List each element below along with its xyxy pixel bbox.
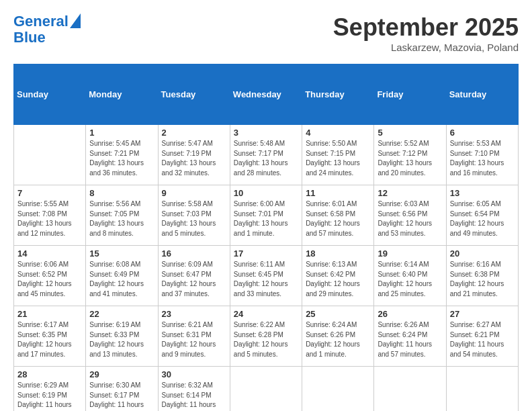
day-detail: Sunrise: 6:13 AM Sunset: 6:42 PM Dayligh… [306,260,370,299]
day-number: 29 [89,369,154,379]
day-number: 9 [162,188,226,198]
weekday-monday: Monday [86,64,158,125]
day-number: 11 [306,188,370,198]
calendar-cell [14,125,86,185]
day-number: 30 [162,369,226,379]
calendar-cell: 26Sunrise: 6:26 AM Sunset: 6:24 PM Dayli… [374,306,446,367]
day-number: 23 [162,309,226,319]
calendar-cell: 23Sunrise: 6:21 AM Sunset: 6:31 PM Dayli… [158,306,230,367]
day-number: 21 [17,309,82,319]
calendar-cell: 20Sunrise: 6:16 AM Sunset: 6:38 PM Dayli… [446,246,518,306]
weekday-sunday: Sunday [14,64,86,125]
weekday-saturday: Saturday [446,64,518,125]
day-number: 1 [89,128,154,138]
day-number: 7 [17,188,82,198]
svg-marker-0 [70,13,81,28]
weekday-friday: Friday [374,64,446,125]
day-detail: Sunrise: 6:30 AM Sunset: 6:17 PM Dayligh… [89,381,154,411]
calendar-week-1: 1Sunrise: 5:45 AM Sunset: 7:21 PM Daylig… [14,125,519,185]
calendar-cell: 7Sunrise: 5:55 AM Sunset: 7:08 PM Daylig… [14,185,86,246]
day-detail: Sunrise: 5:55 AM Sunset: 7:08 PM Dayligh… [17,199,82,238]
calendar-cell: 15Sunrise: 6:08 AM Sunset: 6:49 PM Dayli… [86,246,158,306]
calendar-cell: 12Sunrise: 6:03 AM Sunset: 6:56 PM Dayli… [374,185,446,246]
calendar-cell: 2Sunrise: 5:47 AM Sunset: 7:19 PM Daylig… [158,125,230,185]
day-number: 8 [89,188,154,198]
weekday-wednesday: Wednesday [230,64,302,125]
day-number: 27 [450,309,515,319]
page-header: General Blue September 2025 Laskarzew, M… [13,13,519,53]
calendar-cell: 8Sunrise: 5:56 AM Sunset: 7:05 PM Daylig… [86,185,158,246]
day-number: 15 [89,248,154,259]
day-detail: Sunrise: 5:56 AM Sunset: 7:05 PM Dayligh… [89,199,154,238]
day-detail: Sunrise: 6:00 AM Sunset: 7:01 PM Dayligh… [234,199,298,238]
calendar-cell: 13Sunrise: 6:05 AM Sunset: 6:54 PM Dayli… [446,185,518,246]
day-number: 6 [450,128,515,138]
calendar-cell [230,367,302,412]
weekday-thursday: Thursday [302,64,374,125]
day-number: 16 [162,248,226,259]
weekday-header-row: SundayMondayTuesdayWednesdayThursdayFrid… [14,64,519,125]
day-number: 3 [234,128,298,138]
day-detail: Sunrise: 6:19 AM Sunset: 6:33 PM Dayligh… [89,320,154,359]
day-number: 10 [234,188,298,198]
day-detail: Sunrise: 6:01 AM Sunset: 6:58 PM Dayligh… [306,199,370,238]
location: Laskarzew, Mazovia, Poland [333,42,519,53]
calendar-cell: 21Sunrise: 6:17 AM Sunset: 6:35 PM Dayli… [14,306,86,367]
day-detail: Sunrise: 5:53 AM Sunset: 7:10 PM Dayligh… [450,139,515,178]
day-number: 12 [378,188,442,198]
day-number: 20 [450,248,515,259]
calendar-cell: 10Sunrise: 6:00 AM Sunset: 7:01 PM Dayli… [230,185,302,246]
day-detail: Sunrise: 6:22 AM Sunset: 6:28 PM Dayligh… [234,320,298,359]
day-detail: Sunrise: 6:03 AM Sunset: 6:56 PM Dayligh… [378,199,442,238]
day-detail: Sunrise: 6:05 AM Sunset: 6:54 PM Dayligh… [450,199,515,238]
calendar-table: SundayMondayTuesdayWednesdayThursdayFrid… [13,64,519,411]
day-detail: Sunrise: 6:17 AM Sunset: 6:35 PM Dayligh… [17,320,82,359]
day-detail: Sunrise: 6:11 AM Sunset: 6:45 PM Dayligh… [234,260,298,299]
day-detail: Sunrise: 6:24 AM Sunset: 6:26 PM Dayligh… [306,320,370,359]
calendar-week-5: 28Sunrise: 6:29 AM Sunset: 6:19 PM Dayli… [14,367,519,412]
calendar-cell: 9Sunrise: 5:58 AM Sunset: 7:03 PM Daylig… [158,185,230,246]
day-number: 17 [234,248,298,259]
calendar-cell: 27Sunrise: 6:27 AM Sunset: 6:21 PM Dayli… [446,306,518,367]
day-number: 26 [378,309,442,319]
calendar-cell: 17Sunrise: 6:11 AM Sunset: 6:45 PM Dayli… [230,246,302,306]
day-detail: Sunrise: 6:32 AM Sunset: 6:14 PM Dayligh… [162,381,226,411]
calendar-cell: 11Sunrise: 6:01 AM Sunset: 6:58 PM Dayli… [302,185,374,246]
calendar-cell: 22Sunrise: 6:19 AM Sunset: 6:33 PM Dayli… [86,306,158,367]
day-number: 22 [89,309,154,319]
day-detail: Sunrise: 6:16 AM Sunset: 6:38 PM Dayligh… [450,260,515,299]
calendar-cell: 3Sunrise: 5:48 AM Sunset: 7:17 PM Daylig… [230,125,302,185]
day-number: 4 [306,128,370,138]
day-detail: Sunrise: 6:29 AM Sunset: 6:19 PM Dayligh… [17,381,82,411]
calendar-cell: 14Sunrise: 6:06 AM Sunset: 6:52 PM Dayli… [14,246,86,306]
calendar-cell: 19Sunrise: 6:14 AM Sunset: 6:40 PM Dayli… [374,246,446,306]
logo: General Blue [13,13,81,46]
day-detail: Sunrise: 6:08 AM Sunset: 6:49 PM Dayligh… [89,260,154,299]
day-detail: Sunrise: 6:09 AM Sunset: 6:47 PM Dayligh… [162,260,226,299]
day-detail: Sunrise: 6:26 AM Sunset: 6:24 PM Dayligh… [378,320,442,359]
day-number: 28 [17,369,82,379]
calendar-cell: 16Sunrise: 6:09 AM Sunset: 6:47 PM Dayli… [158,246,230,306]
calendar-cell: 28Sunrise: 6:29 AM Sunset: 6:19 PM Dayli… [14,367,86,412]
day-detail: Sunrise: 6:06 AM Sunset: 6:52 PM Dayligh… [17,260,82,299]
calendar-cell [374,367,446,412]
day-number: 18 [306,248,370,259]
day-number: 25 [306,309,370,319]
calendar-body: 1Sunrise: 5:45 AM Sunset: 7:21 PM Daylig… [14,125,519,412]
day-detail: Sunrise: 5:47 AM Sunset: 7:19 PM Dayligh… [162,139,226,178]
month-title: September 2025 [333,13,519,42]
calendar-week-2: 7Sunrise: 5:55 AM Sunset: 7:08 PM Daylig… [14,185,519,246]
logo-text-blue: Blue [13,30,46,46]
calendar-cell [446,367,518,412]
day-number: 19 [378,248,442,259]
logo-text-general: General [13,13,69,30]
calendar-cell: 30Sunrise: 6:32 AM Sunset: 6:14 PM Dayli… [158,367,230,412]
day-detail: Sunrise: 6:27 AM Sunset: 6:21 PM Dayligh… [450,320,515,359]
calendar-cell: 6Sunrise: 5:53 AM Sunset: 7:10 PM Daylig… [446,125,518,185]
weekday-tuesday: Tuesday [158,64,230,125]
day-detail: Sunrise: 5:52 AM Sunset: 7:12 PM Dayligh… [378,139,442,178]
day-detail: Sunrise: 5:58 AM Sunset: 7:03 PM Dayligh… [162,199,226,238]
day-detail: Sunrise: 6:14 AM Sunset: 6:40 PM Dayligh… [378,260,442,299]
calendar-cell: 25Sunrise: 6:24 AM Sunset: 6:26 PM Dayli… [302,306,374,367]
calendar-cell: 5Sunrise: 5:52 AM Sunset: 7:12 PM Daylig… [374,125,446,185]
